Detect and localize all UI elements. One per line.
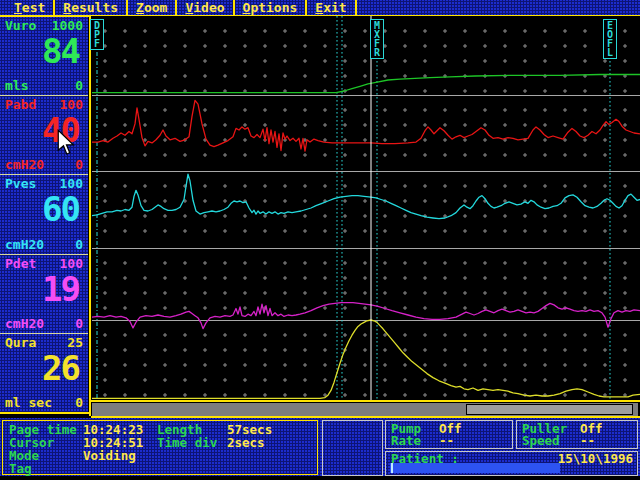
pump-panel: Pump Off Rate -- xyxy=(385,420,513,449)
time-div-value: 2secs xyxy=(227,437,317,450)
channel-block-pdet: Pdet100 19 cmH200 xyxy=(0,255,88,334)
channel-name: Pves xyxy=(5,177,36,191)
patient-name-input[interactable] xyxy=(390,463,560,473)
channel-unit: ml sec xyxy=(5,396,52,410)
time-axis-line xyxy=(91,400,640,402)
mouse-cursor-icon xyxy=(57,129,75,155)
date-value: 15\10\1996 xyxy=(558,453,633,465)
menu-item-test[interactable]: Test xyxy=(6,0,53,15)
menu-item-options[interactable]: Options xyxy=(235,0,306,15)
channel-unit: cmH20 xyxy=(5,158,44,172)
mode-value: Voiding xyxy=(83,450,157,463)
speed-value: -- xyxy=(580,435,637,447)
channel-min: 0 xyxy=(75,396,83,410)
channel-min: 0 xyxy=(75,238,83,252)
menu-item-results[interactable]: Results xyxy=(55,0,126,15)
menu-item-video[interactable]: Video xyxy=(177,0,232,15)
channel-value: 60 xyxy=(5,191,83,227)
channel-min: 0 xyxy=(75,317,83,331)
urodynamics-app-window: Test Results Zoom Video Options Exit Vur… xyxy=(0,0,640,480)
patient-panel: Patient : 15\10\1996 xyxy=(385,451,638,476)
status-area: Page time 10:24:23 Length 57secs Cursor … xyxy=(0,418,640,476)
time-info-panel: Page time 10:24:23 Length 57secs Cursor … xyxy=(2,420,318,475)
channel-name: Vuro xyxy=(5,19,36,33)
puller-panel: Puller Off Speed -- xyxy=(516,420,638,449)
channel-unit: cmH20 xyxy=(5,317,44,331)
trace-chart xyxy=(91,16,640,401)
channel-block-pves: Pves100 60 cmH200 xyxy=(0,175,88,254)
channel-min: 0 xyxy=(75,79,83,93)
channel-value: 26 xyxy=(5,350,83,386)
menu-item-zoom[interactable]: Zoom xyxy=(128,0,175,15)
channel-value: 84 xyxy=(5,33,83,69)
channel-min: 0 xyxy=(75,158,83,172)
status-spacer-box xyxy=(322,420,383,476)
channel-name: Pdet xyxy=(5,257,36,271)
speed-label: Speed xyxy=(522,435,580,447)
sidebar-bottom-line xyxy=(0,412,90,414)
channel-block-vuro: Vuro1000 84 mls0 xyxy=(0,17,88,96)
channel-value: 19 xyxy=(5,271,83,307)
channel-unit: cmH20 xyxy=(5,238,44,252)
menu-bar: Test Results Zoom Video Options Exit xyxy=(0,0,640,15)
rate-value: -- xyxy=(439,435,512,447)
tag-label: Tag xyxy=(9,463,83,476)
bottom-edge xyxy=(0,476,640,480)
channel-name: Pabd xyxy=(5,98,36,112)
time-div-label: Time div xyxy=(157,437,227,450)
channel-block-qura: Qura25 26 ml sec0 xyxy=(0,334,88,412)
time-scrollbar-thumb[interactable] xyxy=(466,404,633,415)
menu-divider xyxy=(355,0,357,15)
channel-name: Qura xyxy=(5,336,36,350)
text-caret xyxy=(391,463,393,473)
menu-item-exit[interactable]: Exit xyxy=(307,0,354,15)
channel-sidebar: Vuro1000 84 mls0 Pabd100 40 cmH200 Pves1… xyxy=(0,17,88,412)
rate-label: Rate xyxy=(391,435,439,447)
channel-unit: mls xyxy=(5,79,28,93)
